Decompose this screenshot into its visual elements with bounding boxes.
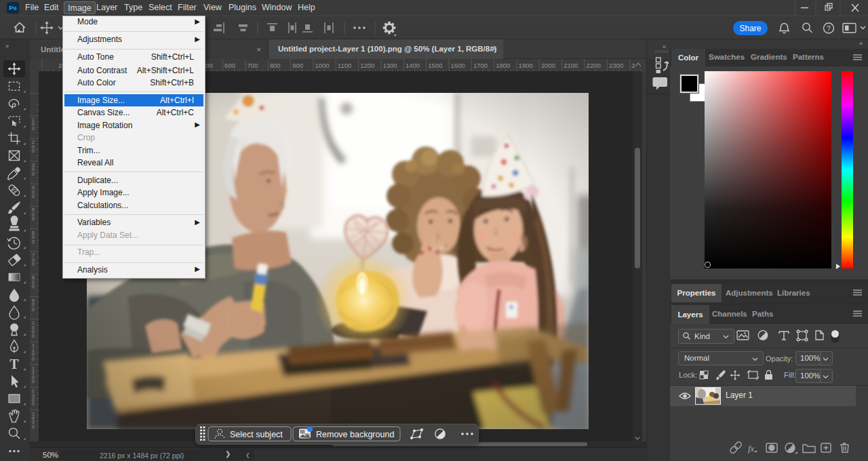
- svg-text:2300: 2300: [609, 62, 623, 69]
- svg-text:Select subject: Select subject: [230, 430, 283, 439]
- svg-text:1300: 1300: [383, 62, 397, 69]
- svg-text:0: 0: [32, 357, 35, 361]
- svg-text:1400: 1400: [406, 62, 420, 69]
- svg-text:600: 600: [224, 62, 235, 69]
- svg-text:0: 0: [32, 424, 35, 429]
- svg-text:?: ?: [827, 24, 831, 33]
- svg-text:0: 0: [32, 194, 35, 199]
- svg-text:900: 900: [292, 62, 303, 69]
- svg-text:700: 700: [248, 62, 258, 69]
- svg-text:2200: 2200: [587, 62, 601, 69]
- svg-text:0: 0: [32, 239, 35, 244]
- svg-text:1200: 1200: [360, 62, 374, 69]
- svg-text:1700: 1700: [473, 62, 488, 69]
- svg-text:0: 0: [32, 148, 35, 153]
- svg-text:2000: 2000: [541, 62, 555, 69]
- svg-text:1000: 1000: [315, 62, 330, 69]
- svg-text:1900: 1900: [519, 62, 533, 69]
- svg-text:0: 0: [32, 126, 35, 131]
- svg-text:0: 0: [32, 401, 35, 406]
- svg-text:0: 0: [32, 307, 35, 312]
- svg-text:1500: 1500: [428, 62, 442, 69]
- svg-text:2: 2: [631, 62, 635, 69]
- svg-text:Share: Share: [739, 24, 761, 33]
- svg-text:1600: 1600: [451, 62, 465, 69]
- svg-text:0: 0: [32, 379, 35, 384]
- svg-text:0: 0: [32, 262, 35, 266]
- svg-text:Remove background: Remove background: [316, 430, 394, 439]
- svg-text:1100: 1100: [338, 62, 351, 69]
- svg-text:»: »: [5, 43, 9, 49]
- svg-text:800: 800: [270, 62, 281, 69]
- svg-text:1800: 1800: [496, 62, 510, 69]
- svg-text:2100: 2100: [564, 62, 578, 69]
- svg-text:0: 0: [32, 216, 35, 221]
- svg-text:T: T: [9, 357, 19, 372]
- svg-text:«: «: [663, 43, 666, 50]
- svg-text:fx: fx: [748, 443, 755, 454]
- svg-text:0: 0: [32, 172, 35, 176]
- svg-text:0: 0: [32, 334, 35, 338]
- svg-text:0: 0: [32, 284, 35, 289]
